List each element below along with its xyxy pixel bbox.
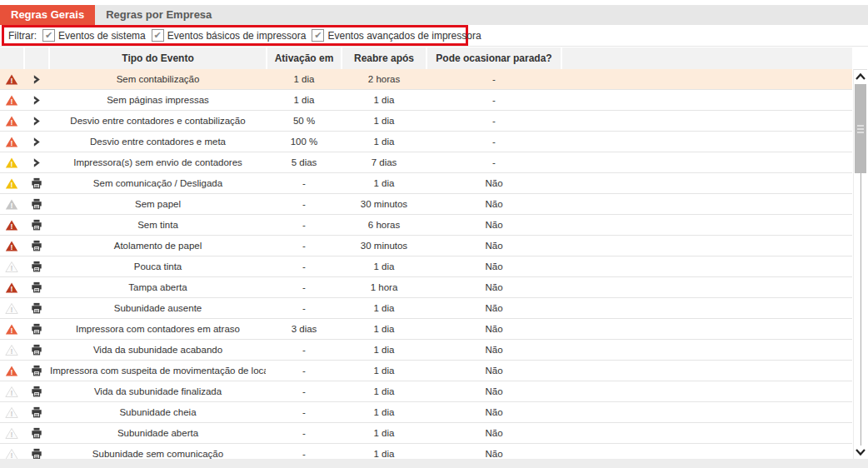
vertical-scrollbar[interactable] bbox=[853, 69, 867, 459]
event-rules-table: ! Sem contabilização 1 dia 2 horas - ! bbox=[0, 69, 852, 459]
warning-triangle-icon: ! bbox=[0, 302, 23, 315]
warning-triangle-icon: ! bbox=[0, 240, 23, 252]
table-row[interactable]: ! Atolamento de papel - 30 minutos Não bbox=[0, 236, 852, 256]
table-row[interactable]: ! Subunidade aberta - 1 dia Não bbox=[0, 423, 852, 444]
can-cause-stop-cell: Não bbox=[427, 345, 561, 355]
checkbox-icon[interactable]: ✔ bbox=[152, 29, 164, 42]
table-row[interactable]: ! Desvio entre contadores e contabilizaç… bbox=[0, 111, 852, 132]
can-cause-stop-cell: Não bbox=[427, 220, 561, 230]
header-ativacao-em[interactable]: Ativação em bbox=[267, 47, 341, 69]
table-header: Tipo do Evento Ativação em Reabre após P… bbox=[0, 47, 852, 69]
table-row[interactable]: ! Sem papel - 30 minutos Não bbox=[0, 194, 852, 215]
activation-cell: 50 % bbox=[267, 116, 341, 126]
table-row[interactable]: ! Impressora com suspeita de movimentaçã… bbox=[0, 361, 852, 381]
table-row[interactable]: ! Vida da subunidade finalizada - 1 dia … bbox=[0, 381, 852, 402]
scroll-up-icon[interactable] bbox=[855, 72, 866, 82]
reopen-after-cell: 1 dia bbox=[342, 366, 426, 376]
warning-triangle-icon: ! bbox=[0, 136, 23, 148]
can-cause-stop-cell: Não bbox=[427, 324, 561, 334]
table-row[interactable]: ! Sem comunicação / Desligada - 1 dia Nã… bbox=[0, 173, 852, 194]
event-category-icon bbox=[25, 344, 48, 356]
scrollbar-thumb[interactable] bbox=[855, 84, 866, 173]
warning-triangle-icon: ! bbox=[0, 344, 23, 356]
activation-cell: - bbox=[267, 178, 341, 188]
event-category-icon bbox=[25, 386, 48, 397]
table-row[interactable]: ! Sem tinta - 6 horas Não bbox=[0, 215, 852, 236]
checkbox-icon[interactable]: ✔ bbox=[42, 29, 55, 42]
can-cause-stop-cell: Não bbox=[427, 178, 561, 188]
event-category-icon bbox=[25, 448, 48, 459]
checkbox-label: Eventos avançados de impressora bbox=[327, 30, 481, 42]
table-row[interactable]: ! Subunidade cheia - 1 dia Não bbox=[0, 402, 852, 423]
table-row[interactable]: ! Tampa aberta - 1 hora Não bbox=[0, 277, 852, 298]
activation-cell: - bbox=[267, 407, 341, 417]
event-category-icon bbox=[25, 427, 48, 439]
table-row[interactable]: ! Sem páginas impressas 1 dia 1 dia - bbox=[0, 90, 852, 111]
filter-eventos-avancados-de-impressora[interactable]: ✔ Eventos avançados de impressora bbox=[312, 29, 481, 42]
checkbox-label: Eventos de sistema bbox=[58, 30, 146, 42]
filter-eventos-de-sistema[interactable]: ✔ Eventos de sistema bbox=[42, 29, 146, 42]
table-row[interactable]: ! Subunidade ausente - 1 dia Não bbox=[0, 298, 852, 319]
event-category-icon bbox=[25, 323, 48, 335]
activation-cell: - bbox=[267, 282, 341, 292]
event-type-cell: Impressora(s) sem envio de contadores bbox=[50, 157, 266, 167]
svg-text:!: ! bbox=[11, 117, 13, 126]
table-row[interactable]: ! Sem contabilização 1 dia 2 horas - bbox=[0, 69, 852, 90]
event-type-cell: Tampa aberta bbox=[50, 282, 266, 292]
reopen-after-cell: 1 dia bbox=[342, 95, 426, 105]
svg-text:!: ! bbox=[11, 367, 13, 376]
svg-text:!: ! bbox=[11, 76, 13, 84]
svg-text:!: ! bbox=[11, 242, 13, 251]
activation-cell: - bbox=[267, 241, 341, 251]
activation-cell: - bbox=[267, 220, 341, 230]
tab-regras-por-empresa[interactable]: Regras por Empresa bbox=[95, 5, 222, 25]
can-cause-stop-cell: Não bbox=[427, 241, 561, 251]
activation-cell: - bbox=[267, 345, 341, 355]
header-filler bbox=[562, 47, 852, 69]
can-cause-stop-cell: Não bbox=[427, 282, 561, 292]
activation-cell: 3 dias bbox=[267, 324, 341, 334]
event-category-icon bbox=[25, 365, 48, 376]
warning-triangle-icon: ! bbox=[0, 365, 23, 377]
reopen-after-cell: 1 dia bbox=[342, 116, 426, 126]
svg-text:!: ! bbox=[11, 430, 13, 438]
tab-regras-gerais[interactable]: Regras Gerais bbox=[0, 5, 95, 25]
warning-triangle-icon: ! bbox=[0, 281, 23, 294]
header-category-column bbox=[25, 47, 48, 69]
table-row[interactable]: ! Pouca tinta - 1 dia Não bbox=[0, 256, 852, 277]
header-reabre-apos[interactable]: Reabre após bbox=[342, 47, 426, 69]
reopen-after-cell: 1 dia bbox=[342, 137, 426, 147]
svg-text:!: ! bbox=[11, 180, 13, 188]
reopen-after-cell: 1 dia bbox=[342, 428, 426, 438]
svg-text:!: ! bbox=[11, 451, 13, 459]
reopen-after-cell: 1 hora bbox=[342, 282, 426, 292]
reopen-after-cell: 1 dia bbox=[342, 449, 426, 459]
table-row[interactable]: ! Vida da subunidade acabando - 1 dia Nã… bbox=[0, 340, 852, 361]
scrollbar-track[interactable] bbox=[861, 173, 861, 446]
table-row[interactable]: ! Impressora(s) sem envio de contadores … bbox=[0, 152, 852, 173]
table-row[interactable]: ! Subunidade sem comunicação - 1 dia Não bbox=[0, 444, 852, 459]
table-row[interactable]: ! Desvio entre contadores e meta 100 % 1… bbox=[0, 132, 852, 152]
can-cause-stop-cell: Não bbox=[427, 407, 561, 417]
svg-text:!: ! bbox=[11, 201, 13, 209]
can-cause-stop-cell: - bbox=[427, 116, 561, 126]
event-type-cell: Subunidade ausente bbox=[50, 303, 266, 313]
activation-cell: 1 dia bbox=[267, 95, 341, 105]
table-row[interactable]: ! Impressora com contadores em atraso 3 … bbox=[0, 319, 852, 340]
checkbox-icon[interactable]: ✔ bbox=[312, 29, 324, 42]
header-pode-ocasionar-parada[interactable]: Pode ocasionar parada? bbox=[427, 47, 561, 69]
event-category-icon bbox=[25, 157, 48, 168]
reopen-after-cell: 30 minutos bbox=[342, 199, 426, 209]
svg-text:!: ! bbox=[11, 326, 13, 334]
filter-eventos-basicos-de-impressora[interactable]: ✔ Eventos básicos de impressora bbox=[152, 29, 307, 42]
activation-cell: - bbox=[267, 428, 341, 438]
warning-triangle-icon: ! bbox=[0, 94, 23, 107]
event-type-cell: Subunidade sem comunicação bbox=[50, 449, 266, 459]
activation-cell: - bbox=[267, 303, 341, 313]
event-type-cell: Sem páginas impressas bbox=[50, 95, 266, 105]
header-tipo-do-evento[interactable]: Tipo do Evento bbox=[50, 47, 266, 69]
can-cause-stop-cell: - bbox=[427, 95, 561, 105]
scroll-down-icon[interactable] bbox=[855, 447, 866, 456]
svg-text:!: ! bbox=[11, 388, 13, 396]
warning-triangle-icon: ! bbox=[0, 261, 23, 273]
